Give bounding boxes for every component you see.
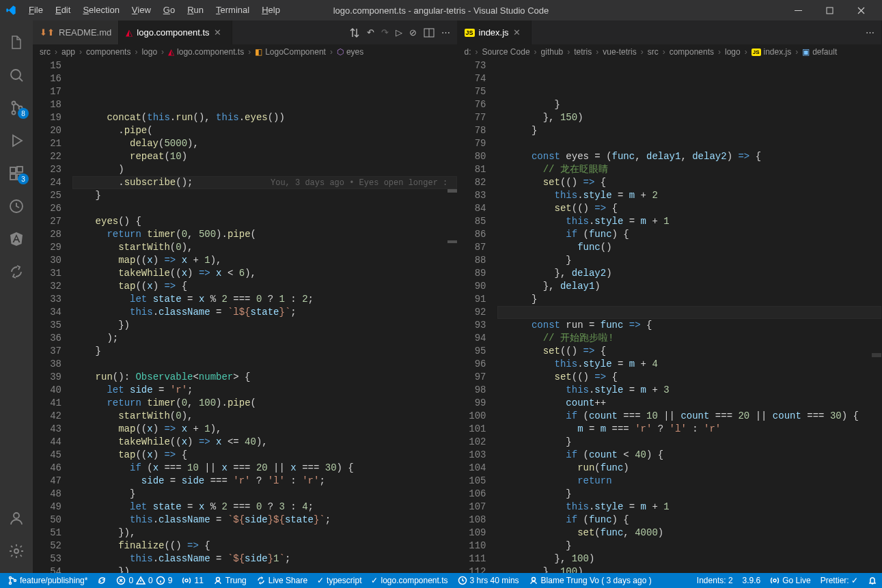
svg-point-21 bbox=[216, 578, 219, 581]
status-prettier[interactable]: Prettier: ✓ bbox=[816, 573, 863, 588]
svg-rect-9 bbox=[17, 167, 23, 172]
breadcrumb-item: src bbox=[40, 47, 51, 57]
window-title: logo.component.ts - angular-tetris - Vis… bbox=[333, 5, 549, 16]
tab-label: index.js bbox=[479, 27, 509, 38]
angular-icon[interactable] bbox=[0, 223, 33, 255]
status-branch[interactable]: feature/publishing* bbox=[3, 573, 92, 588]
activity-bar: 8 3 bbox=[0, 20, 33, 573]
code-editor-left[interactable]: 1516171819202122232425262728293031323334… bbox=[33, 59, 457, 573]
code-content[interactable]: } }, 150) } const eyes = (func, delay1, … bbox=[497, 59, 882, 573]
status-ports[interactable]: 11 bbox=[177, 573, 208, 588]
status-indents[interactable]: Indents: 2 bbox=[692, 573, 738, 588]
debug-icon[interactable] bbox=[0, 124, 33, 157]
svg-point-20 bbox=[185, 579, 188, 582]
svg-rect-0 bbox=[795, 10, 802, 11]
explorer-icon[interactable] bbox=[0, 26, 33, 59]
status-user[interactable]: Trung bbox=[208, 573, 251, 588]
breadcrumb-item: app bbox=[61, 47, 75, 57]
stop-icon[interactable]: ⊘ bbox=[409, 27, 417, 38]
extensions-icon[interactable]: 3 bbox=[0, 157, 33, 190]
svg-point-12 bbox=[14, 549, 18, 553]
vscode-logo-icon bbox=[5, 5, 16, 16]
breadcrumb-item: ⬡ eyes bbox=[337, 47, 363, 57]
markdown-file-icon: ⬇⬆ bbox=[40, 27, 55, 38]
angular-file-icon: ◭ bbox=[126, 27, 133, 38]
breadcrumb-item: ◭ logo.component.ts bbox=[168, 47, 244, 57]
svg-rect-7 bbox=[10, 174, 16, 180]
tab-logo-component[interactable]: ◭ logo.component.ts ✕ bbox=[119, 20, 232, 44]
scm-icon[interactable]: 8 bbox=[0, 92, 33, 124]
svg-rect-6 bbox=[10, 167, 16, 173]
menu-go[interactable]: Go bbox=[158, 0, 180, 20]
search-icon[interactable] bbox=[0, 59, 33, 92]
status-blame[interactable]: Blame Trung Vo ( 3 days ago ) bbox=[524, 573, 657, 588]
tabbar-left: ⬇⬆ README.md ◭ logo.component.ts ✕ ↶ ↷ ▷… bbox=[33, 20, 457, 44]
svg-point-16 bbox=[10, 583, 12, 585]
code-editor-right[interactable]: 7374757677787980818283848586878889909192… bbox=[458, 59, 882, 573]
menu-help[interactable]: Help bbox=[256, 0, 286, 20]
tab-index-js[interactable]: JS index.js ✕ bbox=[458, 20, 532, 44]
editor-pane-left: ⬇⬆ README.md ◭ logo.component.ts ✕ ↶ ↷ ▷… bbox=[33, 20, 458, 573]
tabbar-right: JS index.js ✕ ⋯ bbox=[458, 20, 882, 44]
tab-label: logo.component.ts bbox=[137, 27, 209, 38]
more-actions-icon[interactable]: ⋯ bbox=[866, 27, 874, 38]
svg-point-17 bbox=[14, 580, 16, 582]
svg-point-11 bbox=[14, 513, 19, 518]
status-ts-version[interactable]: 3.9.6 bbox=[738, 573, 766, 588]
breadcrumb-item: ◧ LogoComponent bbox=[255, 47, 326, 57]
code-content[interactable]: You, 3 days ago • Eyes open longer : con… bbox=[72, 59, 457, 573]
status-liveshare[interactable]: Live Share bbox=[251, 573, 312, 588]
maximize-button[interactable] bbox=[814, 0, 845, 20]
clock-icon[interactable] bbox=[0, 190, 33, 223]
overview-ruler[interactable] bbox=[447, 59, 457, 573]
svg-rect-1 bbox=[827, 8, 833, 14]
svg-point-3 bbox=[12, 102, 16, 105]
menu-terminal[interactable]: Terminal bbox=[210, 0, 255, 20]
svg-point-4 bbox=[12, 111, 16, 115]
share-icon[interactable] bbox=[0, 255, 33, 288]
tab-close-icon[interactable]: ✕ bbox=[513, 27, 524, 38]
titlebar: File Edit Selection View Go Run Terminal… bbox=[0, 0, 882, 20]
tab-close-icon[interactable]: ✕ bbox=[214, 27, 225, 38]
js-file-icon: JS bbox=[465, 29, 475, 37]
more-actions-icon[interactable]: ⋯ bbox=[441, 27, 450, 38]
svg-point-2 bbox=[11, 70, 20, 79]
svg-point-23 bbox=[532, 578, 535, 581]
go-back-icon[interactable]: ↶ bbox=[367, 27, 374, 38]
close-button[interactable] bbox=[845, 0, 877, 20]
scm-badge: 8 bbox=[18, 108, 29, 119]
line-gutter: 1516171819202122232425262728293031323334… bbox=[33, 59, 72, 573]
line-gutter: 7374757677787980818283848586878889909192… bbox=[458, 59, 497, 573]
tab-readme[interactable]: ⬇⬆ README.md bbox=[33, 20, 119, 44]
breadcrumb-left[interactable]: src› app› components› logo› ◭ logo.compo… bbox=[33, 44, 457, 59]
ext-badge: 3 bbox=[18, 173, 29, 184]
status-lang[interactable]: ✓ typescript bbox=[312, 573, 366, 588]
tab-label: README.md bbox=[59, 27, 111, 38]
menu-view[interactable]: View bbox=[126, 0, 156, 20]
status-time[interactable]: 3 hrs 40 mins bbox=[453, 573, 524, 588]
split-editor-icon[interactable] bbox=[424, 27, 435, 38]
status-sync[interactable] bbox=[92, 573, 111, 588]
go-forward-icon[interactable]: ↷ bbox=[381, 27, 389, 38]
minimize-button[interactable] bbox=[782, 0, 814, 20]
statusbar: feature/publishing* 0 0 9 11 Trung Live … bbox=[0, 573, 882, 588]
breadcrumb-item: logo bbox=[141, 47, 157, 57]
status-golive[interactable]: Go Live bbox=[765, 573, 815, 588]
menu-selection[interactable]: Selection bbox=[77, 0, 124, 20]
menu-run[interactable]: Run bbox=[182, 0, 209, 20]
menu-file[interactable]: File bbox=[23, 0, 49, 20]
breadcrumb-item: components bbox=[86, 47, 130, 57]
svg-point-15 bbox=[10, 577, 12, 579]
compare-changes-icon[interactable] bbox=[349, 27, 360, 38]
status-bell[interactable] bbox=[863, 573, 882, 588]
codelens-blame: You, 3 days ago • Eyes open longer : bbox=[271, 177, 447, 190]
settings-icon[interactable] bbox=[0, 535, 33, 568]
overview-ruler[interactable] bbox=[872, 59, 881, 573]
svg-point-24 bbox=[773, 579, 776, 582]
account-icon[interactable] bbox=[0, 502, 33, 535]
status-problems[interactable]: 0 0 9 bbox=[111, 573, 177, 588]
breadcrumb-right[interactable]: d:› Source Code› github› tetris› vue-tet… bbox=[458, 44, 882, 59]
status-file[interactable]: ✓ logo.component.ts bbox=[366, 573, 452, 588]
run-icon[interactable]: ▷ bbox=[396, 27, 402, 38]
menu-edit[interactable]: Edit bbox=[50, 0, 76, 20]
